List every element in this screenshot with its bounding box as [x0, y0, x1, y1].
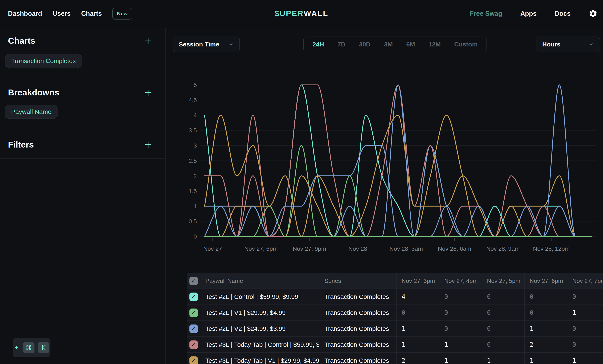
sidebar-heading-filters: Filters [8, 140, 34, 150]
value-cell: 1 [525, 353, 567, 364]
k-key: K [38, 342, 49, 353]
nav-link-apps[interactable]: Apps [520, 10, 537, 17]
lightning-bolt-icon [14, 343, 20, 352]
select-all-checkbox[interactable]: ✓ [189, 277, 198, 285]
range-30d[interactable]: 30D [352, 41, 377, 48]
value-cell: 0 [525, 289, 567, 305]
value-cell: 0 [439, 305, 482, 320]
paywall-name-cell: Test #2L | Control | $59.99, $9.99 [200, 289, 319, 305]
row-checkbox[interactable]: ✓ [189, 308, 198, 317]
svg-text:Nov 28, 6am: Nov 28, 6am [438, 245, 471, 252]
chart-pill-transaction-completes[interactable]: Transaction Completes [5, 54, 82, 68]
breakdown-table: ✓ Paywall Name Series Nov 27, 3pm Nov 27… [187, 273, 603, 364]
col-header-time-1: Nov 27, 4pm [439, 273, 482, 289]
svg-text:1: 1 [193, 203, 197, 210]
value-cell: 1 [567, 353, 603, 364]
logo-accent-text: $UPER [275, 9, 304, 18]
value-cell: 1 [525, 321, 567, 336]
col-header-series: Series [319, 273, 396, 289]
table-header-row: ✓ Paywall Name Series Nov 27, 3pm Nov 27… [187, 273, 603, 289]
new-badge: New [112, 8, 132, 20]
value-cell: 1 [482, 353, 525, 364]
col-header-time-4: Nov 27, 7pm [567, 273, 603, 289]
table-row: ✓ Test #2L | V2 | $24.99, $3.99 Transact… [187, 320, 603, 336]
unit-select[interactable]: Hours [537, 36, 600, 52]
value-cell: 0 [396, 305, 439, 320]
add-filter-button[interactable]: + [143, 140, 153, 150]
value-cell: 1 [396, 337, 439, 353]
range-7d[interactable]: 7D [331, 41, 352, 48]
row-checkbox[interactable]: ✓ [189, 341, 198, 349]
sidebar-heading-breakdowns: Breakdowns [8, 88, 59, 98]
sidebar-divider [0, 159, 166, 159]
value-cell: 0 [567, 289, 603, 305]
table-row: ✓ Test #3L | Today Tab | Control | $59.9… [187, 336, 603, 353]
value-cell: 0 [567, 321, 603, 336]
range-24h[interactable]: 24H [306, 41, 331, 48]
nav-link-charts[interactable]: Charts [81, 10, 102, 17]
add-chart-button[interactable]: + [143, 36, 153, 46]
row-checkbox[interactable]: ✓ [189, 324, 198, 333]
settings-gear-icon[interactable] [589, 9, 598, 18]
value-cell: 0 [439, 289, 482, 305]
chevron-down-icon [588, 41, 594, 47]
chart-canvas[interactable]: 00.511.522.533.544.55Nov 27Nov 27, 6pmNo… [174, 69, 597, 260]
value-cell: 1 [567, 305, 603, 320]
value-cell: 0 [567, 337, 603, 353]
value-cell: 0 [482, 289, 525, 305]
superwall-logo[interactable]: $UPERWALL [275, 0, 328, 27]
nav-left: Dashboard Users Charts New [8, 0, 132, 27]
col-header-time-0: Nov 27, 3pm [396, 273, 439, 289]
svg-text:1.5: 1.5 [189, 188, 197, 194]
value-cell: 4 [396, 289, 439, 305]
nav-link-free-swag[interactable]: Free Swag [470, 10, 502, 17]
series-cell: Transaction Completes [319, 321, 396, 336]
metric-select-value: Session Time [179, 41, 219, 48]
logo-rest-text: WALL [304, 9, 328, 18]
col-header-time-2: Nov 27, 5pm [482, 273, 525, 289]
value-cell: 1 [439, 353, 482, 364]
range-12m[interactable]: 12M [422, 41, 447, 48]
value-cell: 0 [439, 321, 482, 336]
sidebar-heading-charts: Charts [8, 36, 35, 46]
svg-text:2: 2 [193, 173, 197, 179]
nav-link-dashboard[interactable]: Dashboard [8, 10, 42, 17]
range-6m[interactable]: 6M [399, 41, 422, 48]
svg-text:Nov 27, 9pm: Nov 27, 9pm [293, 245, 326, 252]
metric-select[interactable]: Session Time [173, 36, 240, 52]
row-checkbox[interactable]: ✓ [189, 293, 198, 301]
nav-link-docs[interactable]: Docs [555, 10, 571, 17]
add-breakdown-button[interactable]: + [143, 88, 153, 98]
paywall-name-cell: Test #3L | Today Tab | Control | $59.99,… [200, 337, 319, 353]
value-cell: 1 [439, 337, 482, 353]
sidebar-divider [0, 78, 166, 78]
paywall-name-cell: Test #2L | V1 | $29.99, $4.99 [200, 305, 319, 320]
series-cell: Transaction Completes [319, 353, 396, 364]
time-range-group: 24H 7D 30D 3M 6M 12M Custom [303, 36, 487, 52]
row-checkbox[interactable]: ✓ [189, 356, 198, 364]
sidebar-divider [0, 133, 166, 133]
transactions-chart[interactable]: 00.511.522.533.544.55Nov 27Nov 27, 6pmNo… [174, 69, 597, 260]
value-cell: 1 [396, 321, 439, 336]
chevron-down-icon [228, 41, 234, 47]
controls-divider [166, 59, 603, 59]
range-custom[interactable]: Custom [447, 41, 484, 48]
svg-text:Nov 28: Nov 28 [348, 245, 367, 252]
col-header-time-3: Nov 27, 6pm [525, 273, 567, 289]
svg-text:4.5: 4.5 [189, 97, 197, 103]
svg-text:Nov 27: Nov 27 [203, 245, 222, 252]
table-row: ✓ Test #2L | Control | $59.99, $9.99 Tra… [187, 289, 603, 305]
value-cell: 0 [482, 337, 525, 353]
range-3m[interactable]: 3M [377, 41, 399, 48]
cmd-key: ⌘ [23, 342, 35, 353]
command-palette-shortcut[interactable]: ⌘ K [13, 338, 50, 357]
svg-text:0: 0 [193, 233, 197, 240]
breakdown-pill-paywall-name[interactable]: Paywall Name [5, 105, 58, 119]
svg-text:0.5: 0.5 [189, 218, 197, 225]
paywall-name-cell: Test #2L | V2 | $24.99, $3.99 [200, 321, 319, 336]
svg-text:4: 4 [193, 112, 197, 119]
paywall-name-cell: Test #3L | Today Tab | V1 | $29.99, $4.9… [200, 353, 319, 364]
value-cell: 2 [525, 337, 567, 353]
nav-link-users[interactable]: Users [53, 10, 71, 17]
series-cell: Transaction Completes [319, 337, 396, 353]
